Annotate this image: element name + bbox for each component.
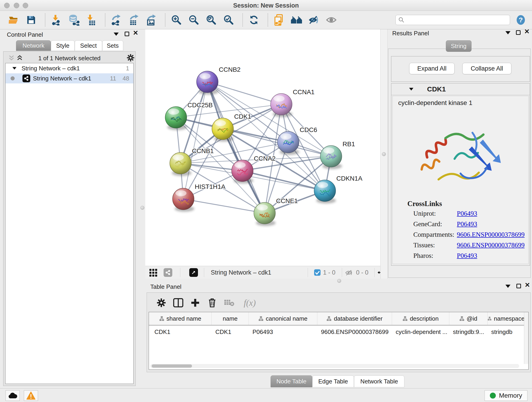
tab-string[interactable]: String: [446, 40, 472, 52]
right-splitter-handle[interactable]: [382, 152, 386, 156]
node-label-CCNE1: CCNE1: [276, 197, 298, 204]
crosslink-row: Pharos:P06493: [393, 252, 528, 262]
delete-table-icon[interactable]: [222, 296, 236, 309]
panel-float-icon[interactable]: [516, 30, 520, 35]
hide-eye-icon[interactable]: [308, 14, 320, 26]
network-node-HIST1H1A[interactable]: HIST1H1A: [172, 183, 225, 212]
panel-close-icon[interactable]: ✕: [524, 29, 530, 34]
scrollbar-thumb[interactable]: [152, 364, 192, 368]
results-panel: Results Panel ✕ String Expand All Collap…: [387, 29, 532, 279]
entry-collapse-icon[interactable]: [409, 88, 413, 90]
toolbar-separator: [105, 13, 105, 27]
memory-status-dot: [490, 393, 496, 399]
add-column-icon[interactable]: [189, 296, 202, 309]
node-label-CDC6: CDC6: [300, 126, 317, 133]
import-table-icon[interactable]: [85, 14, 97, 26]
column-header[interactable]: namespace: [488, 312, 525, 325]
column-header[interactable]: name: [212, 312, 249, 325]
application-window: Session: New Session: [0, 0, 532, 402]
network-row[interactable]: String Network – cdk1 11 48: [6, 73, 133, 83]
network-node-RB1[interactable]: RB1: [320, 140, 355, 169]
detach-view-icon[interactable]: [189, 268, 198, 277]
left-splitter-handle[interactable]: [140, 206, 144, 210]
node-label-CCNA2: CCNA2: [254, 155, 276, 162]
hidden-eye-icon[interactable]: [345, 269, 353, 277]
crosslink-link[interactable]: 9606.ENSP00000378699: [457, 231, 525, 238]
help-icon[interactable]: ?: [515, 15, 526, 25]
collapse-all-button[interactable]: Collapse All: [462, 63, 511, 74]
tab-select[interactable]: Select: [75, 40, 102, 51]
panel-float-icon[interactable]: [125, 32, 129, 36]
tab-edge-table[interactable]: Edge Table: [312, 375, 354, 387]
panel-close-icon[interactable]: ✕: [525, 283, 530, 287]
horizontal-splitter[interactable]: [139, 279, 532, 282]
duplicate-network-icon[interactable]: [273, 14, 285, 26]
tab-network-table[interactable]: Network Table: [354, 375, 404, 387]
houses-icon[interactable]: [291, 14, 302, 26]
crosslink-link[interactable]: P06493: [457, 210, 477, 217]
panel-close-icon[interactable]: ✕: [133, 31, 138, 35]
collection-expand-icon[interactable]: [12, 67, 17, 70]
column-header[interactable]: @id: [449, 312, 488, 325]
zoom-in-icon[interactable]: [171, 14, 182, 26]
entry-header[interactable]: CDK1: [391, 83, 530, 95]
panel-menu-icon[interactable]: [505, 285, 510, 288]
network-node-CCNA1[interactable]: CCNA1: [271, 89, 315, 117]
network-edge-CCNB2-CCNA1[interactable]: [207, 82, 281, 104]
node-table: shared name name canonical name database…: [149, 312, 529, 370]
table-vertical-scrollbar[interactable]: [524, 312, 528, 364]
crosslink-link[interactable]: 9606.ENSP00000378699: [457, 241, 525, 249]
memory-button[interactable]: Memory: [485, 390, 527, 401]
export-image-icon[interactable]: [145, 14, 157, 26]
column-header[interactable]: description: [392, 312, 449, 325]
tab-network[interactable]: Network: [16, 40, 51, 51]
zoom-selected-icon[interactable]: [223, 14, 234, 26]
panel-float-icon[interactable]: [516, 284, 521, 288]
panel-menu-icon[interactable]: [114, 32, 119, 36]
automation-cloud-icon[interactable]: [6, 390, 20, 401]
expand-all-button[interactable]: Expand All: [409, 63, 455, 74]
column-header[interactable]: database identifier: [317, 312, 392, 325]
column-header[interactable]: shared name: [149, 312, 212, 325]
gear-icon[interactable]: [155, 296, 168, 309]
gear-icon[interactable]: [127, 54, 134, 62]
delete-column-icon[interactable]: [206, 296, 219, 309]
network-node-CCNE1[interactable]: CCNE1: [254, 197, 298, 226]
column-header[interactable]: canonical name: [249, 312, 317, 325]
table-horizontal-scrollbar[interactable]: [150, 364, 519, 368]
crosslink-link[interactable]: P06493: [457, 252, 477, 259]
results-entry-box: CDK1 cyclin-dependent kinase 1: [391, 83, 530, 266]
tab-style[interactable]: Style: [51, 40, 75, 51]
node-label-CCNB1: CCNB1: [192, 147, 214, 154]
crosslink-link[interactable]: P06493: [457, 220, 477, 228]
refresh-icon[interactable]: [248, 14, 260, 26]
save-session-icon[interactable]: [25, 14, 37, 26]
table-row[interactable]: CDK1 CDK1 P06493 9606.ENSP00000378699 cy…: [149, 325, 528, 338]
tab-sets[interactable]: Sets: [102, 40, 123, 51]
network-overview-icon[interactable]: [164, 268, 172, 277]
network-edge-CCNB2-HIST1H1A[interactable]: [183, 82, 207, 199]
network-node-CDK1[interactable]: CDK1: [212, 113, 251, 142]
open-session-icon[interactable]: [8, 14, 20, 26]
zoom-fit-icon[interactable]: [205, 14, 217, 26]
grid-view-icon[interactable]: [149, 268, 158, 278]
import-network-file-icon[interactable]: [51, 14, 62, 26]
split-panel-icon[interactable]: [172, 296, 185, 309]
network-node-CDC6[interactable]: CDC6: [278, 126, 317, 155]
import-network-database-icon[interactable]: [68, 14, 80, 26]
function-builder-icon[interactable]: f(x): [239, 296, 260, 309]
export-table-icon[interactable]: [128, 14, 140, 26]
search-input[interactable]: [404, 16, 507, 24]
export-network-icon[interactable]: [110, 14, 122, 26]
selected-checkbox-icon[interactable]: [314, 269, 321, 277]
network-node-CDKN1A[interactable]: CDKN1A: [314, 175, 362, 204]
network-canvas[interactable]: CCNB2CCNA1CDC25BCDK1CDC6RB1CCNB1CCNA2CDK…: [145, 29, 380, 266]
network-collection-row[interactable]: String Network – cdk1 1: [6, 63, 133, 73]
zoom-out-icon[interactable]: [188, 14, 200, 26]
crosslink-label: GeneCard:: [413, 220, 442, 228]
footer-separator: [180, 268, 180, 277]
show-eye-icon[interactable]: [325, 14, 337, 26]
tab-node-table[interactable]: Node Table: [271, 375, 312, 387]
warning-icon[interactable]: [24, 390, 38, 401]
panel-menu-icon[interactable]: [505, 31, 510, 34]
